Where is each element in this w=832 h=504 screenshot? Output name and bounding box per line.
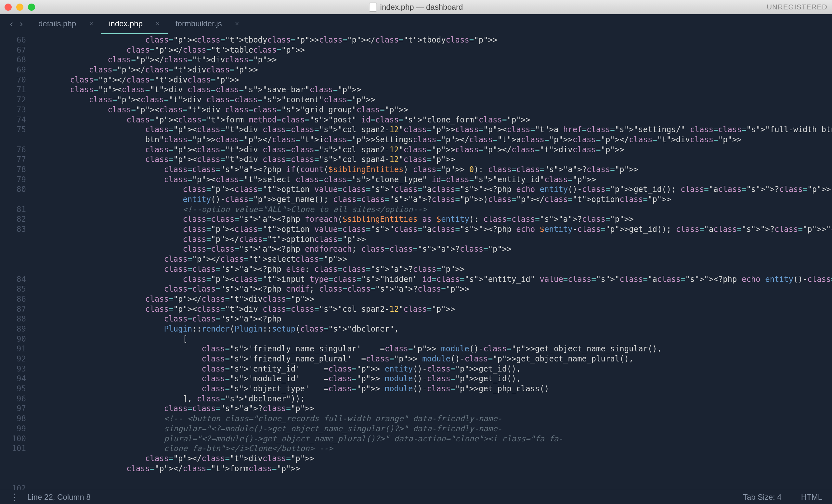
- tabbar: ‹ › details.php×index.php×formbuilder.js…: [0, 14, 832, 33]
- code-line[interactable]: class="p"></class="t">divclass="p">>: [32, 75, 832, 85]
- line-number: 81: [0, 204, 26, 215]
- code-line[interactable]: class=class="s">"a"><?php endif; class=c…: [32, 284, 832, 294]
- line-number: [0, 135, 26, 145]
- code-line[interactable]: class="p"></class="t">tableclass="p">>: [32, 45, 832, 55]
- line-number: 102: [0, 483, 26, 490]
- tab-label: formbuilder.js: [176, 19, 222, 28]
- line-number: 92: [0, 354, 26, 364]
- line-number: 74: [0, 115, 26, 125]
- code-line[interactable]: class="s">'object_type' =class="p">> mod…: [32, 384, 832, 394]
- tab-details-php[interactable]: details.php×: [30, 15, 101, 33]
- line-number: 78: [0, 165, 26, 175]
- code-line[interactable]: class="p"><class="t">div class=class="s"…: [32, 95, 832, 105]
- code-line[interactable]: class="p"><class="t">div class=class="s"…: [32, 105, 832, 115]
- code-line[interactable]: plural="<?=module()->get_object_name_plu…: [32, 434, 832, 444]
- syntax-mode[interactable]: HTML: [801, 493, 822, 502]
- code-line[interactable]: class="p"></class="t">formclass="p">>: [32, 464, 832, 474]
- line-number: 91: [0, 344, 26, 354]
- code-line[interactable]: <!--option value="ALL">Clone to all site…: [32, 204, 832, 215]
- code-line[interactable]: class="p"></class="t">divclass="p">>: [32, 65, 832, 75]
- window-title-text: index.php — dashboard: [380, 3, 463, 12]
- code-line[interactable]: class="p"><class="t">div class=class="s"…: [32, 85, 832, 95]
- line-number: [0, 474, 26, 483]
- code-line[interactable]: class="p"><class="t">form method=class="…: [32, 115, 832, 125]
- line-number: 68: [0, 55, 26, 65]
- nav-forward-icon[interactable]: ›: [20, 18, 23, 29]
- code-line[interactable]: class="p"></class="t">optionclass="p">>: [32, 234, 832, 245]
- code-line[interactable]: class="p"><class="t">div class=class="s"…: [32, 304, 832, 314]
- line-number: 73: [0, 105, 26, 115]
- code-line[interactable]: class=class="s">"a"><?php foreach($sibli…: [32, 214, 832, 224]
- line-number: 95: [0, 384, 26, 394]
- code-line[interactable]: clone fa-btn"></i>Clone</button> -->: [32, 444, 832, 454]
- code-line[interactable]: class=class="s">"a"><?php endforeach; cl…: [32, 244, 832, 254]
- code-line[interactable]: class=class="s">"a"><?php: [32, 314, 832, 324]
- code-line[interactable]: class="p"><class="t">div class=class="s"…: [32, 155, 832, 165]
- minimize-window-button[interactable]: [16, 4, 23, 11]
- line-number: [0, 464, 26, 474]
- line-number: [0, 254, 26, 264]
- code-area[interactable]: class="p"><class="t">tbodyclass="p">>cla…: [32, 33, 832, 490]
- line-number: [0, 244, 26, 254]
- line-number: 84: [0, 274, 26, 284]
- code-line[interactable]: class="p"></class="t">divclass="p">>: [32, 294, 832, 304]
- close-window-button[interactable]: [4, 4, 12, 11]
- code-line[interactable]: class="p"><class="t">select class=class=…: [32, 175, 832, 185]
- code-line[interactable]: ], class="s">"dbcloner"));: [32, 394, 832, 404]
- code-line[interactable]: class="s">'entity_id' =class="p">> entit…: [32, 364, 832, 374]
- code-line[interactable]: class="p"><class="t">div class=class="s"…: [32, 145, 832, 155]
- code-line[interactable]: class="p"></class="t">divclass="p">>: [32, 55, 832, 65]
- line-number: [0, 264, 26, 274]
- code-line[interactable]: entity()-class="p">>get_name(); class=cl…: [32, 195, 832, 204]
- window-title: index.php — dashboard: [369, 3, 463, 12]
- code-line[interactable]: class=class="s">"a">?class="p">>: [32, 404, 832, 414]
- code-line[interactable]: class="p"><class="t">input type=class="s…: [32, 274, 832, 284]
- code-line[interactable]: class=class="s">"a"><?php if(count($sibl…: [32, 165, 832, 175]
- cursor-position[interactable]: Line 22, Column 8: [27, 493, 91, 502]
- maximize-window-button[interactable]: [28, 4, 35, 11]
- line-number: 80: [0, 185, 26, 195]
- code-line[interactable]: <!-- <button class="clone_records full-w…: [32, 414, 832, 424]
- line-number: 83: [0, 224, 26, 234]
- line-number: 87: [0, 304, 26, 314]
- editor-body[interactable]: 6667686970717273747576777879808182838485…: [0, 33, 832, 490]
- code-line[interactable]: singular="<?=module()->get_object_name_s…: [32, 424, 832, 434]
- nav-back-icon[interactable]: ‹: [10, 18, 13, 29]
- tab-index-php[interactable]: index.php×: [101, 15, 168, 33]
- code-line[interactable]: class="p"></class="t">divclass="p">>: [32, 454, 832, 464]
- unregistered-label: UNREGISTERED: [767, 3, 828, 11]
- line-number: 99: [0, 424, 26, 434]
- code-line[interactable]: class="p"></class="t">selectclass="p">>: [32, 254, 832, 264]
- code-line[interactable]: class=class="s">"a"><?php else: class=cl…: [32, 264, 832, 274]
- code-line[interactable]: class="p"><class="t">option value=class=…: [32, 185, 832, 195]
- close-icon[interactable]: ×: [235, 20, 239, 28]
- code-line[interactable]: class="p"><class="t">option value=class=…: [32, 224, 832, 234]
- line-number: 76: [0, 145, 26, 155]
- close-icon[interactable]: ×: [89, 20, 93, 28]
- line-number: 82: [0, 214, 26, 224]
- code-line[interactable]: [: [32, 334, 832, 344]
- line-number: 100: [0, 434, 26, 444]
- line-number: 90: [0, 334, 26, 344]
- line-number: 86: [0, 294, 26, 304]
- menu-icon[interactable]: ⋮: [10, 492, 18, 502]
- code-line[interactable]: class="s">'friendly_name_plural' =class=…: [32, 354, 832, 364]
- line-number: 71: [0, 85, 26, 95]
- code-line[interactable]: class="s">'friendly_name_singular' =clas…: [32, 344, 832, 354]
- line-number: [0, 454, 26, 464]
- line-number: 88: [0, 314, 26, 324]
- tab-formbuilder-js[interactable]: formbuilder.js×: [168, 15, 247, 33]
- line-number: 97: [0, 404, 26, 414]
- code-line[interactable]: class="p"><class="t">div class=class="s"…: [32, 125, 832, 135]
- code-line[interactable]: class="s">'module_id' =class="p">> modul…: [32, 374, 832, 384]
- tab-label: index.php: [109, 19, 143, 28]
- code-line[interactable]: class="p"><class="t">tbodyclass="p">>cla…: [32, 35, 832, 45]
- line-number: 66: [0, 35, 26, 45]
- code-line[interactable]: btn"class="p">>class="p"></class="t">icl…: [32, 135, 832, 145]
- statusbar: ⋮ Line 22, Column 8 Tab Size: 4 HTML: [0, 490, 832, 504]
- line-number: 89: [0, 324, 26, 334]
- code-line[interactable]: Plugin::render(Plugin::setup(class="s">"…: [32, 324, 832, 334]
- tab-size[interactable]: Tab Size: 4: [743, 493, 782, 502]
- document-icon: [369, 3, 377, 12]
- close-icon[interactable]: ×: [156, 20, 160, 28]
